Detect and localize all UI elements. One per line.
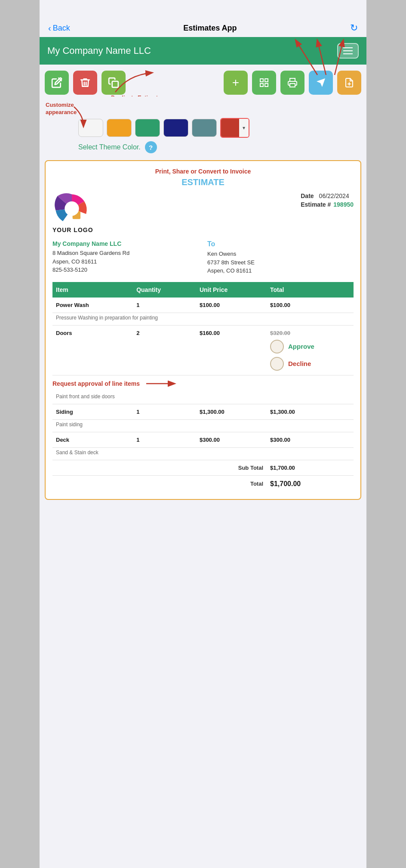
chevron-left-icon: ‹ (48, 23, 51, 33)
help-button[interactable]: ? (145, 141, 157, 153)
item-qty-doors: 2 (133, 325, 196, 375)
decline-option[interactable]: Decline (270, 357, 350, 371)
status-bar (40, 0, 366, 19)
table-row: Deck 1 $300.00 $300.00 (52, 432, 354, 447)
svg-rect-2 (265, 79, 268, 82)
line-items-table: Item Quantity Unit Price Total Power Was… (52, 282, 354, 492)
to-contact: Ken Owens 6737 8th Street SE Aspen, CO 8… (207, 250, 354, 275)
estimate-number: 198950 (333, 201, 354, 208)
estimate-title: ESTIMATE (52, 177, 354, 187)
color-swatches-row: ▾ (45, 118, 361, 138)
svg-rect-3 (260, 84, 263, 87)
item-name-power-wash: Power Wash (52, 298, 133, 313)
total-label: Total (250, 480, 263, 487)
duplicate-button[interactable] (102, 71, 126, 95)
company-logo (52, 192, 91, 225)
item-price-siding: $1,300.00 (196, 404, 267, 419)
item-name-siding: Siding (52, 404, 133, 419)
item-total-doors: $320.00 Approve Decline (267, 325, 354, 375)
col-item: Item (52, 282, 133, 298)
swatch-red (221, 119, 239, 137)
svg-rect-1 (260, 79, 263, 82)
item-desc-siding: Paint siding (52, 419, 354, 432)
estimate-document: Print, Share or Convert to Invoice ESTIM… (45, 160, 361, 500)
table-row-desc: Pressure Washing in preparation for pain… (52, 313, 354, 325)
item-name-deck: Deck (52, 432, 133, 447)
date-value: 06/22/2024 (319, 192, 349, 199)
from-address: 8 Madison Square Gardens Rd Aspen, CO 81… (52, 249, 199, 274)
date-label: Date (301, 192, 314, 199)
to-section: To Ken Owens 6737 8th Street SE Aspen, C… (199, 240, 354, 275)
decline-radio[interactable] (270, 357, 284, 371)
decline-label: Decline (288, 360, 311, 367)
grid-button[interactable] (252, 71, 276, 95)
estimate-hash-label: Estimate # (301, 201, 331, 208)
from-section: My Company Name LLC 8 Madison Square Gar… (52, 240, 199, 275)
swatch-green[interactable] (135, 119, 160, 137)
request-approval-annotation: Request approval of line items (52, 380, 140, 387)
item-qty-deck: 1 (133, 432, 196, 447)
svg-rect-4 (265, 84, 268, 87)
add-button[interactable]: + (224, 71, 248, 95)
swatch-chevron-down-icon[interactable]: ▾ (239, 119, 249, 137)
print-button[interactable] (280, 71, 304, 95)
item-qty-power-wash: 1 (133, 298, 196, 313)
item-total-power-wash: $100.00 (267, 298, 354, 313)
refresh-button[interactable]: ↻ (350, 22, 358, 34)
total-value: $1,700.00 (267, 475, 354, 492)
item-desc-doors: Paint front and side doors (52, 392, 354, 404)
back-label: Back (53, 24, 70, 33)
item-name-doors: Doors (52, 325, 133, 375)
company-name: My Company Name LLC (47, 45, 151, 56)
svg-rect-5 (290, 84, 295, 87)
svg-point-10 (65, 202, 79, 216)
back-button[interactable]: ‹ Back (48, 23, 70, 33)
table-row-desc: Sand & Stain deck (52, 447, 354, 460)
approval-annotation-row: Request approval of line items (52, 375, 354, 392)
swatch-navy[interactable] (163, 119, 188, 137)
svg-rect-0 (112, 81, 118, 87)
menu-button[interactable] (337, 43, 359, 59)
approve-option[interactable]: Approve (270, 340, 350, 353)
nav-bar: ‹ Back Estimates App ↻ (40, 19, 366, 37)
total-row: Total $1,700.00 (52, 475, 354, 492)
header-banner: My Company Name LLC (40, 37, 366, 65)
item-desc-power-wash: Pressure Washing in preparation for pain… (52, 313, 354, 325)
table-row-desc: Paint siding (52, 419, 354, 432)
item-price-doors: $160.00 (196, 325, 267, 375)
delete-button[interactable] (73, 71, 97, 95)
item-qty-siding: 1 (133, 404, 196, 419)
convert-button[interactable] (337, 71, 361, 95)
share-button[interactable] (309, 71, 333, 95)
col-unit-price: Unit Price (196, 282, 267, 298)
swatch-teal[interactable] (192, 119, 217, 137)
approve-radio[interactable] (270, 340, 284, 353)
col-total: Total (267, 282, 354, 298)
edit-button[interactable] (45, 71, 69, 95)
print-share-annotation: Print, Share or Convert to Invoice (52, 168, 354, 175)
approve-label: Approve (288, 343, 314, 350)
item-price-power-wash: $100.00 (196, 298, 267, 313)
table-row: Siding 1 $1,300.00 $1,300.00 (52, 404, 354, 419)
sub-total-label: Sub Total (238, 465, 263, 471)
item-desc-deck: Sand & Stain deck (52, 447, 354, 460)
logo-text: YOUR LOGO (52, 226, 93, 233)
sub-total-value: $1,700.00 (267, 460, 354, 475)
swatch-orange[interactable] (107, 119, 132, 137)
sub-total-row: Sub Total $1,700.00 (52, 460, 354, 475)
item-price-deck: $300.00 (196, 432, 267, 447)
svg-marker-6 (317, 78, 325, 87)
to-label: To (207, 240, 354, 248)
approval-arrow (144, 377, 178, 390)
table-row: Power Wash 1 $100.00 $100.00 (52, 298, 354, 313)
table-row-desc: Paint front and side doors (52, 392, 354, 404)
from-company-name: My Company Name LLC (52, 240, 199, 247)
item-total-siding: $1,300.00 (267, 404, 354, 419)
swatch-selected-dropdown[interactable]: ▾ (220, 118, 249, 138)
swatch-white[interactable] (78, 119, 103, 137)
item-total-strikethrough: $320.00 (270, 330, 290, 336)
item-total-deck: $300.00 (267, 432, 354, 447)
customize-annotation: Customize appearance (46, 102, 76, 116)
page-title: Estimates App (183, 24, 237, 33)
theme-label: Select Theme Color. (78, 143, 141, 151)
